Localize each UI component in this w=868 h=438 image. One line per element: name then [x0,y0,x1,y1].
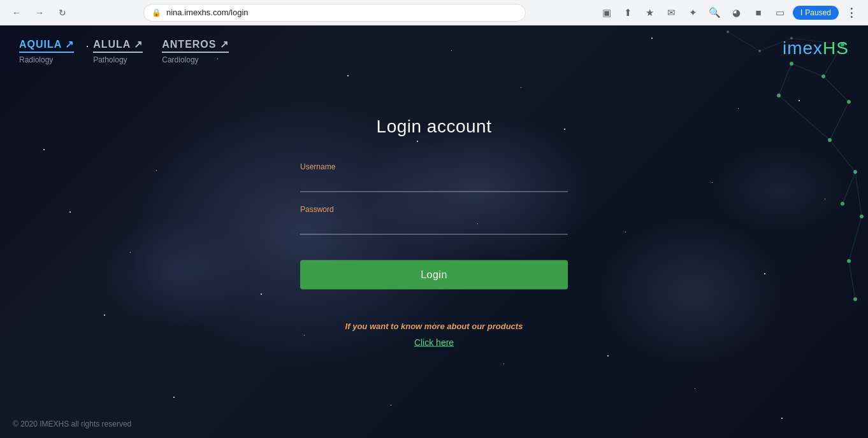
star [173,397,175,398]
star [503,364,504,364]
copyright-text: © 2020 IMEXHS all rights reserved [13,420,131,428]
login-button[interactable]: Login [300,260,568,290]
star [261,293,262,295]
footer: © 2020 IMEXHS all rights reserved [13,420,131,428]
browser-actions: ▣ ⬆ ★ ✉ ✦ 🔍 ◕ ■ ▭ I Paused ⋮ [598,4,860,22]
star [712,182,712,183]
username-label: Username [300,162,568,171]
star [695,388,695,389]
extension1-button[interactable]: ✦ [684,4,702,22]
password-label: Password [300,205,568,214]
alula-underline [93,52,143,53]
password-input[interactable] [300,216,568,235]
paused-button[interactable]: I Paused [793,6,839,20]
alula-sub: Pathology [93,55,143,64]
url-text: nina.imexhs.com/login [166,8,249,17]
forward-button[interactable]: → [31,4,48,22]
zoom-button[interactable]: 🔍 [706,4,724,22]
bookmark-button[interactable]: ★ [641,4,659,22]
browser-nav: ← → ↻ [8,4,71,22]
login-container: Login account Username Password Login If… [300,117,568,348]
paused-icon: I [800,8,802,17]
star [156,170,157,171]
menu-button[interactable]: ⋮ [843,4,860,22]
login-title: Login account [300,117,568,137]
product-alula[interactable]: ALULA ↗ Pathology [93,38,143,64]
puzzle-button[interactable]: ■ [749,4,767,22]
screenshot-button[interactable]: ▣ [598,4,616,22]
star [799,100,800,101]
aquila-underline [19,52,74,53]
star [625,232,626,232]
star [738,108,739,109]
logo-hs-text: HS [823,38,849,58]
info-text: If you want to know more about our produ… [300,321,568,331]
star [781,418,783,419]
star [130,252,131,253]
product-aquila[interactable]: AQUILA ↗ Radiology [19,38,74,64]
star [104,314,105,316]
star [43,149,45,150]
logo-imex-text: imex [783,38,823,58]
share-button[interactable]: ⬆ [619,4,637,22]
extension2-button[interactable]: ◕ [728,4,746,22]
star [391,405,391,406]
address-bar[interactable]: 🔒 nina.imexhs.com/login [143,4,526,22]
back-button[interactable]: ← [8,4,25,22]
page: AQUILA ↗ Radiology ALULA ↗ Pathology ANT… [0,25,868,438]
click-here-link[interactable]: Click here [300,337,568,348]
anteros-sub: Cardiology [162,55,229,64]
star [521,87,521,88]
anteros-underline [162,52,229,53]
reload-button[interactable]: ↻ [54,4,71,22]
aquila-label: AQUILA ↗ [19,38,74,50]
username-group: Username [300,162,568,192]
mail-button[interactable]: ✉ [663,4,681,22]
username-input[interactable] [300,174,568,192]
header: AQUILA ↗ Radiology ALULA ↗ Pathology ANT… [0,25,868,77]
imexhs-logo: imexHS [783,38,849,59]
alula-label: ALULA ↗ [93,38,143,50]
star [607,355,609,357]
browser-chrome: ← → ↻ 🔒 nina.imexhs.com/login ▣ ⬆ ★ ✉ ✦ … [0,0,868,25]
nav-products: AQUILA ↗ Radiology ALULA ↗ Pathology ANT… [19,38,229,64]
lock-icon: 🔒 [152,8,161,17]
aquila-sub: Radiology [19,55,74,64]
product-anteros[interactable]: ANTEROS ↗ Cardiology [162,38,229,64]
sidebar-button[interactable]: ▭ [771,4,789,22]
star [764,273,765,274]
anteros-label: ANTEROS ↗ [162,38,229,50]
paused-label: Paused [805,8,831,17]
password-group: Password [300,205,568,235]
star [825,199,825,199]
star [69,211,71,213]
